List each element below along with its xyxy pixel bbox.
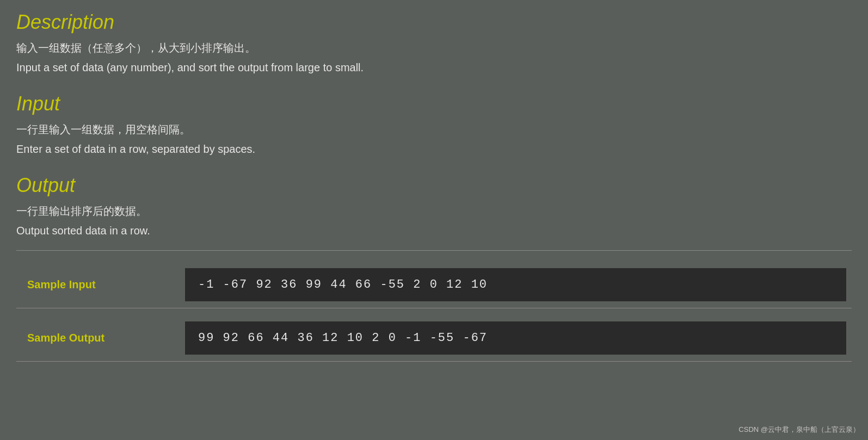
samples-container: Sample Input -1 -67 92 36 99 44 66 -55 2… [16,262,852,362]
watermark: CSDN @云中君，泉中船（上官云泉） [738,425,860,435]
sample-input-row: Sample Input -1 -67 92 36 99 44 66 -55 2… [16,262,852,308]
description-text-en: Input a set of data (any number), and so… [16,59,852,76]
output-section: Output 一行里输出排序后的数据。 Output sorted data i… [16,174,852,239]
sample-output-content: 99 92 66 44 36 12 10 2 0 -1 -55 -67 [180,315,852,361]
input-section: Input 一行里输入一组数据，用空格间隔。 Enter a set of da… [16,92,852,158]
sample-input-label: Sample Input [16,262,180,308]
divider [16,250,852,251]
description-text-zh: 输入一组数据（任意多个），从大到小排序输出。 [16,39,852,57]
sample-input-box: -1 -67 92 36 99 44 66 -55 2 0 12 10 [185,268,846,301]
sample-output-label: Sample Output [16,315,180,361]
output-text-en: Output sorted data in a row. [16,222,852,239]
sample-output-box: 99 92 66 44 36 12 10 2 0 -1 -55 -67 [185,321,846,355]
description-title: Description [16,11,852,34]
output-title: Output [16,174,852,197]
input-text-en: Enter a set of data in a row, separated … [16,140,852,158]
sample-output-row: Sample Output 99 92 66 44 36 12 10 2 0 -… [16,315,852,362]
input-text-zh: 一行里输入一组数据，用空格间隔。 [16,121,852,138]
description-section: Description 输入一组数据（任意多个），从大到小排序输出。 Input… [16,11,852,76]
sample-input-content: -1 -67 92 36 99 44 66 -55 2 0 12 10 [180,262,852,308]
output-text-zh: 一行里输出排序后的数据。 [16,202,852,220]
input-title: Input [16,92,852,115]
